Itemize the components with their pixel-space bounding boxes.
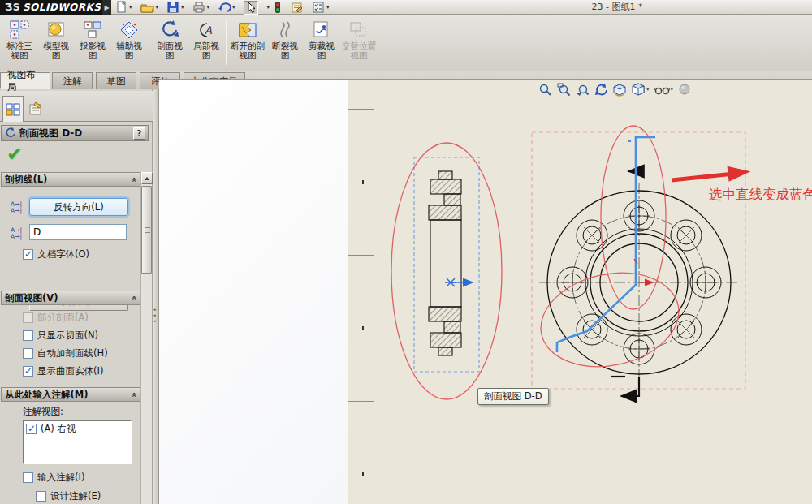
collapse-chevron-icon: « — [129, 295, 138, 300]
drawing-canvas[interactable] — [159, 80, 812, 504]
scrollbar-up-button[interactable] — [141, 172, 153, 184]
checkbox-icon — [23, 330, 33, 341]
open-folder-icon — [140, 1, 154, 14]
broken-out-section-button[interactable]: 断开的剖视图 — [229, 17, 266, 68]
section-label-input[interactable] — [29, 224, 127, 240]
checkbox-checked-icon — [23, 249, 33, 260]
graphics-area[interactable]: ▾ ▾ — [159, 79, 812, 504]
red-sketch-ellipse-vertical[interactable] — [601, 126, 666, 309]
detail-view-button[interactable]: A 局部视图 — [188, 17, 224, 68]
section-arrow-icon: A→| A→| — [11, 201, 22, 214]
view-origin-arrow[interactable] — [445, 278, 472, 286]
annotation-text: 选中直线变成蓝色 — [709, 186, 812, 203]
undo-button[interactable]: ▾ — [218, 1, 235, 14]
panel-splitter[interactable]: ◂◂◂ — [153, 89, 159, 504]
alternate-position-view-button: 交替位置视图 — [340, 17, 378, 68]
annotation-views-listbox[interactable]: (A) 右视 — [23, 420, 132, 464]
checkbox-icon — [23, 312, 33, 323]
file-properties-button[interactable] — [291, 1, 304, 14]
model-view-button[interactable]: 模型视图 — [38, 17, 74, 68]
annotation-arrow — [671, 164, 751, 187]
projected-view-icon — [82, 18, 103, 41]
flange-front-view[interactable] — [532, 126, 745, 396]
ribbon-separator — [149, 19, 149, 65]
printer-icon — [192, 1, 205, 14]
checkbox-icon — [23, 348, 33, 359]
standard-3-view-icon — [9, 18, 30, 41]
auxiliary-view-button[interactable]: 辅助视图 — [111, 17, 147, 68]
break-view-button[interactable]: 断裂视图 — [267, 17, 303, 68]
new-document-button[interactable]: ▾ — [115, 1, 132, 14]
crop-view-icon — [311, 18, 332, 41]
section-view-button[interactable]: 剖面视图 — [152, 17, 188, 68]
file-properties-icon — [291, 1, 304, 14]
select-cursor-icon — [245, 2, 257, 14]
flip-direction-button[interactable]: 反转方向(L) — [29, 198, 128, 216]
detail-view-icon: A — [196, 18, 217, 41]
3ds-logo-icon: ƷS — [5, 2, 20, 13]
feature-manager-tab[interactable] — [2, 96, 24, 122]
select-tool-button[interactable] — [244, 1, 258, 15]
section-view-d-d[interactable] — [391, 143, 502, 399]
section-view-small-icon — [5, 127, 16, 139]
broken-out-section-icon — [237, 18, 258, 41]
scrollbar-thumb[interactable] — [141, 186, 152, 274]
annotation-view-item[interactable]: (A) 右视 — [26, 423, 128, 435]
collapse-chevron-icon: « — [129, 392, 138, 397]
document-title: 23 - 图纸1 * — [455, 1, 780, 13]
auxiliary-view-icon — [119, 18, 140, 41]
section-header-section-view[interactable]: 剖面视图(V)« — [1, 291, 140, 305]
annotation-views-label: 注解视图: — [23, 406, 63, 418]
document-font-checkbox[interactable]: 文档字体(O) — [23, 248, 89, 261]
new-document-icon — [115, 1, 127, 14]
checkbox-checked-icon — [26, 424, 37, 434]
checkbox-icon — [36, 491, 46, 502]
property-manager-title: 剖面视图 D-D — [19, 127, 82, 140]
section-header-annotations[interactable]: 从此处输入注解(M)« — [1, 387, 140, 402]
partial-section-checkbox: 部分剖面(A) — [23, 312, 89, 324]
slice-only-checkbox[interactable]: 只显示切面(N) — [23, 330, 98, 342]
panel-scrollbar[interactable] — [140, 172, 152, 504]
quick-access-toolbar: ▾ ▾ ▾ ▾ ▾ ▾ ▾ — [115, 0, 335, 15]
tab-annotation[interactable]: 注解 — [52, 72, 93, 89]
menu-flyout-arrow-icon[interactable]: ▶ — [102, 0, 111, 15]
panel-tab-strip — [0, 91, 153, 122]
crop-view-button[interactable]: 剪裁视图 — [304, 17, 339, 68]
design-annotations-checkbox[interactable]: 设计注解(E) — [36, 490, 101, 502]
display-surface-bodies-checkbox[interactable]: 显示曲面实体(I) — [23, 365, 103, 377]
svg-text:A: A — [205, 24, 212, 37]
ribbon-separator — [226, 19, 227, 65]
collapse-chevron-icon: « — [129, 177, 138, 182]
ok-check-icon[interactable]: ✔ — [6, 143, 23, 166]
ribbon-toolbar: 标准三视图 模型视图 投影视图 辅助视图 剖面视图 A 局部视图 断开的剖视图 — [0, 15, 812, 71]
section-view-icon — [159, 18, 180, 41]
standard-3-view-button[interactable]: 标准三视图 — [2, 17, 37, 68]
tab-sketch[interactable]: 草图 — [96, 72, 136, 89]
section-header-cut-line[interactable]: 剖切线(L)« — [1, 172, 140, 187]
app-name: SOLIDWORKS — [23, 2, 102, 13]
section-label-icon: A→| A→| — [11, 227, 22, 240]
property-manager-header: 剖面视图 D-D ? — [1, 125, 149, 141]
save-button[interactable]: ▾ — [166, 1, 184, 14]
auto-hatching-checkbox[interactable]: 自动加剖面线(H) — [23, 347, 108, 360]
open-button[interactable]: ▾ — [140, 1, 159, 14]
import-annotations-checkbox[interactable]: 输入注解(I) — [23, 472, 84, 484]
rebuild-button[interactable] — [273, 1, 283, 14]
print-button[interactable]: ▾ — [192, 1, 210, 14]
solidworks-logo: ƷS SOLIDWORKS — [0, 0, 102, 15]
feature-manager-icon — [6, 102, 20, 117]
property-manager-icon — [28, 101, 43, 116]
undo-arrow-icon — [218, 1, 231, 14]
projected-view-button[interactable]: 投影视图 — [75, 17, 110, 68]
options-button[interactable]: ▾ — [312, 1, 330, 14]
title-bar: ƷS SOLIDWORKS ▶ ▾ ▾ ▾ ▾ ▾ ▾ — [0, 0, 812, 15]
help-button[interactable]: ? — [133, 127, 145, 140]
model-view-icon — [45, 18, 67, 41]
property-manager-tab[interactable] — [25, 96, 46, 122]
alternate-position-view-icon — [348, 18, 369, 41]
traffic-light-icon — [273, 1, 283, 14]
tab-view-layout[interactable]: 视图布局 — [0, 72, 50, 89]
save-floppy-icon — [166, 1, 179, 14]
solidworks-window: ƷS SOLIDWORKS ▶ ▾ ▾ ▾ ▾ ▾ ▾ — [0, 0, 812, 504]
checkbox-checked-icon — [23, 366, 33, 377]
